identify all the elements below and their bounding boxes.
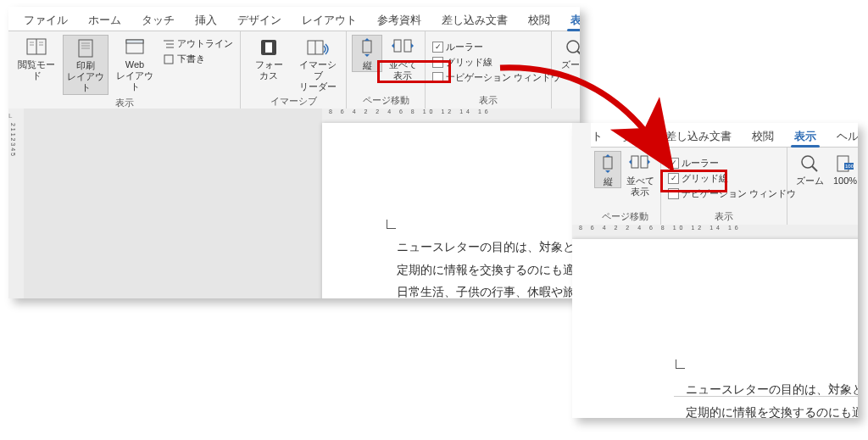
checkbox-icon [668,188,679,199]
gridlines-checkbox[interactable]: グリッド線 [431,55,562,70]
outline-label: アウトライン [177,37,233,50]
ruler-checkbox[interactable]: ルーラー [666,156,798,170]
draft-label: 下書き [177,53,205,65]
doc-line-1: ニュースレターの目的は、対象と [686,379,858,402]
tab-home[interactable]: ホーム [80,9,130,31]
zoom-100-button[interactable]: 100 100% [830,151,858,187]
navigation-pane-checkbox[interactable]: ナビゲーション ウィンドウ [431,70,562,85]
vertical-button[interactable]: 縦 [352,35,382,72]
immersive-reader-button[interactable]: イマーシブ リーダー [295,35,341,93]
tab-references[interactable]: 参考資料 [369,9,430,31]
gridlines-checkbox[interactable]: グリッド線 [666,171,798,186]
side-by-side-icon [390,37,415,58]
navigation-pane-checkbox[interactable]: ナビゲーション ウィンドウ [666,187,798,201]
side-by-side-button[interactable]: 並べて 表示 [386,35,420,81]
gridlines-label: グリッド線 [682,172,728,185]
tab-mailings[interactable]: 差し込み文書 [433,9,516,31]
svg-rect-20 [363,41,371,53]
svg-rect-29 [632,156,638,168]
tab-touch[interactable]: タッチ [133,9,183,31]
svg-rect-15 [164,55,173,64]
checkbox-icon [432,72,443,83]
zoom-icon [564,37,580,58]
vertical-button[interactable]: 縦 [594,151,621,188]
zoom-100-label: 100% [830,175,858,187]
screenshot-before: ファイル ホーム タッチ 挿入 デザイン レイアウト 参考資料 差し込み文書 校… [8,7,580,298]
horizontal-ruler[interactable]: 8 6 4 2 2 4 6 8 10 12 14 16 [322,109,580,123]
draft-icon [163,54,175,64]
document-area: L 8 6 4 2 2 4 6 8 10 12 14 16 2 1 1 2 3 … [8,109,580,298]
immersive-reader-label: イマーシブ リーダー [295,59,341,93]
svg-rect-21 [394,40,401,52]
tab-view[interactable]: 表示 [562,9,580,31]
print-layout-icon [75,38,96,58]
tab-references-fragment[interactable]: 資料 [615,125,654,147]
vertical-label: 縦 [595,176,620,187]
checkbox-icon [668,158,679,169]
immersive-reader-icon [306,37,330,58]
tab-help[interactable]: ヘルプ [828,125,858,147]
ruler-corner: L [8,109,24,123]
ruler-label: ルーラー [446,41,483,53]
svg-rect-22 [404,40,411,52]
horizontal-ruler[interactable]: 8 6 4 2 2 4 6 8 10 12 14 16 [572,225,858,239]
tab-view[interactable]: 表示 [786,125,825,147]
ribbon: 縦 並べて 表示 ページ移動 ルーラー [572,148,858,226]
group-show: ルーラー グリッド線 ナビゲーション ウィンドウ 表示 [661,148,787,226]
tab-design[interactable]: デザイン [229,9,290,31]
side-by-side-label: 並べて 表示 [625,175,655,198]
zoom-icon [799,153,820,174]
side-by-side-button[interactable]: 並べて 表示 [625,151,655,198]
web-layout-button[interactable]: Web レイアウト [112,35,158,93]
doc-line-2: 定期的に情報を交換するのにも適 [397,259,580,282]
zoom-label: ズーム [793,175,826,187]
screenshot-after: ウト 資料 差し込み文書 校閲 表示 ヘルプ 縦 並べて 表示 [572,123,858,418]
page-movement-group-label: ページ移動 [352,92,420,109]
ruler-label: ルーラー [682,157,719,170]
zoom-button[interactable]: ズーム [557,35,580,70]
group-zoom: ズーム 100 100% [552,31,580,109]
print-layout-label: 印刷 レイアウト [64,60,108,94]
show-group-label: 表示 [431,92,546,109]
navigation-pane-label: ナビゲーション ウィンドウ [682,187,796,200]
tab-file[interactable]: ファイル [15,9,76,31]
svg-text:100: 100 [845,164,854,169]
v-ruler-numbers: 2 1 1 2 3 4 5 [10,123,16,156]
doc-line-1: ニュースレターの目的は、対象と [397,237,580,259]
svg-point-31 [802,156,814,168]
vertical-ruler[interactable]: 2 1 1 2 3 4 5 [8,123,24,298]
tab-layout[interactable]: レイアウト [293,9,365,31]
document-page[interactable]: ニュースレターの目的は、対象と 定期的に情報を交換するのにも適 日常生活、子供の… [322,123,580,298]
ruler-checkbox[interactable]: ルーラー [431,40,562,54]
zoom-button[interactable]: ズーム [793,151,826,187]
outline-button[interactable]: アウトライン [161,36,235,51]
reading-mode-button[interactable]: 閲覧モード [14,35,59,81]
group-page-movement: 縦 並べて 表示 ページ移動 [589,148,661,226]
tab-review[interactable]: 校閲 [520,9,559,31]
reading-mode-label: 閲覧モード [14,59,59,81]
immersive-group-label: イマーシブ [246,93,341,110]
checkbox-icon [668,173,679,184]
document-area: 8 6 4 2 2 4 6 8 10 12 14 16 ニュースレターの目的は、… [572,225,858,418]
focus-button[interactable]: フォー カス [246,35,292,81]
svg-rect-11 [126,40,143,43]
tab-mailings[interactable]: 差し込み文書 [657,125,740,147]
svg-rect-30 [641,156,648,168]
doc-line-2: 定期的に情報を交換するのにも適 [686,402,858,418]
reading-mode-icon [25,37,48,58]
tab-review[interactable]: 校閲 [743,125,782,147]
paragraph-mark-icon [387,220,396,229]
print-layout-button[interactable]: 印刷 レイアウト [63,35,108,95]
svg-line-32 [812,166,817,171]
svg-point-23 [567,41,579,53]
svg-rect-28 [604,157,612,169]
checkbox-icon [432,42,443,53]
checkbox-icon [432,57,443,68]
tab-insert[interactable]: 挿入 [186,9,225,31]
group-zoom: ズーム 100 100% [787,148,858,226]
draft-button[interactable]: 下書き [161,52,235,66]
page-movement-group-label: ページ移動 [594,209,655,226]
navigation-pane-label: ナビゲーション ウィンドウ [446,71,560,84]
document-text: ニュースレターの目的は、対象と 定期的に情報を交換するのにも適 日常生活、子供の… [686,379,858,418]
document-page[interactable]: ニュースレターの目的は、対象と 定期的に情報を交換するのにも適 日常生活、子供の… [572,239,858,418]
